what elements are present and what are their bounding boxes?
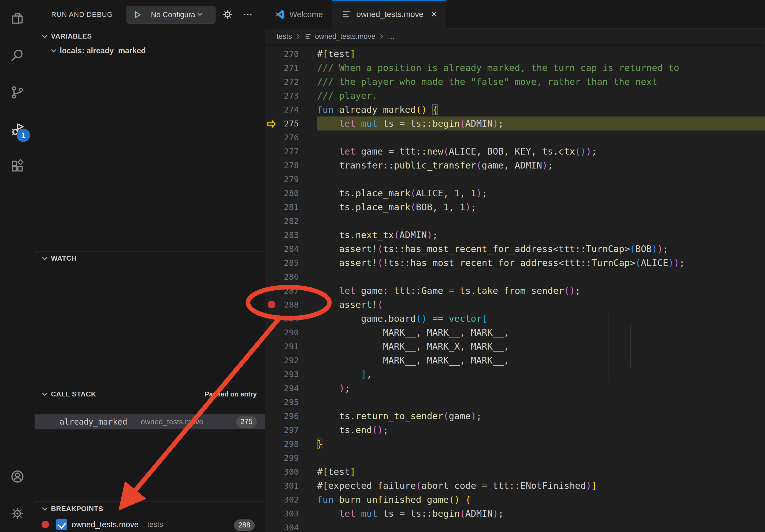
gutter-277[interactable] (265, 144, 279, 158)
gutter-292[interactable] (265, 353, 279, 367)
gutter-300[interactable] (265, 465, 279, 479)
breakpoint-dot-icon (42, 521, 49, 528)
debug-settings-gear-button[interactable] (220, 7, 235, 22)
breadcrumb-label: … (387, 32, 395, 41)
code-line-299: 299 (265, 451, 765, 465)
line-number: 293 (279, 367, 299, 381)
gutter-271[interactable] (265, 61, 279, 75)
code-text: MARK__, MARK__, MARK__, (317, 326, 765, 339)
activity-bar: 1 (0, 0, 35, 532)
editor-group: Welcomeowned_tests.move× testsowned_test… (265, 0, 765, 532)
watch-section-header[interactable]: WATCH (35, 251, 265, 265)
breadcrumb: testsowned_tests.move… (265, 29, 765, 44)
start-debug-icon[interactable] (127, 6, 147, 23)
line-number: 288 (279, 298, 299, 312)
code-line-292: 292 MARK__, MARK__, MARK__, (265, 353, 765, 367)
gutter-276[interactable] (265, 131, 279, 144)
gutter-279[interactable] (265, 172, 279, 186)
breadcrumb-item[interactable]: owned_tests.move (304, 32, 375, 41)
tab-welcome[interactable]: Welcome (265, 0, 332, 29)
code-text: ts.place_mark(ALICE, 1, 1); (317, 186, 765, 200)
activity-item-search[interactable] (0, 37, 35, 74)
tab-label: Welcome (290, 10, 323, 19)
call-stack-section-header[interactable]: CALL STACK Paused on entry (35, 387, 265, 401)
views-more-actions-button[interactable] (240, 7, 255, 22)
breakpoint-enabled-checkbox[interactable] (56, 519, 67, 530)
code-text: let game = ttt::new(ALICE, BOB, KEY, ts.… (317, 144, 765, 158)
gutter-280[interactable] (265, 186, 279, 200)
activity-item-settings[interactable] (0, 495, 35, 532)
variables-section-header[interactable]: VARIABLES (35, 29, 265, 43)
line-number: 291 (279, 339, 299, 353)
breadcrumb-item[interactable]: … (387, 32, 395, 41)
gutter-283[interactable] (265, 228, 279, 242)
line-number: 302 (279, 493, 299, 507)
breakpoint-line-badge: 288 (234, 519, 255, 531)
gutter-298[interactable] (265, 437, 279, 451)
code-line-304: 304 (265, 520, 765, 532)
gutter-291[interactable] (265, 339, 279, 353)
chevron-down-icon (40, 253, 50, 263)
gutter-270[interactable] (265, 47, 279, 61)
gutter-284[interactable] (265, 242, 279, 256)
gutter-289[interactable] (265, 312, 279, 326)
activity-item-accounts[interactable] (0, 458, 35, 495)
stack-frame-function: already_marked (60, 417, 127, 426)
stack-frame-row[interactable]: already_marked owned_tests.move 275 (35, 414, 265, 429)
gutter-285[interactable] (265, 256, 279, 270)
breakpoint-list-item[interactable]: owned_tests.move tests 288 (35, 517, 265, 532)
breakpoint-dot-icon[interactable] (268, 301, 275, 308)
activity-item-explorer[interactable] (0, 0, 35, 37)
code-text: ts.end(); (317, 423, 765, 437)
gutter-295[interactable] (265, 395, 279, 409)
code-text: assert!(!ts::has_most_recent_for_address… (317, 256, 765, 270)
line-number: 292 (279, 353, 299, 367)
code-line-275: 275 let mut ts = ts::begin(ADMIN); (265, 117, 765, 131)
gutter-294[interactable] (265, 381, 279, 395)
gutter-274[interactable] (265, 103, 279, 117)
code-text (317, 395, 765, 409)
code-text: /// When a position is already marked, t… (317, 61, 765, 75)
activity-item-extensions[interactable] (0, 148, 35, 185)
gutter-286[interactable] (265, 270, 279, 284)
gutter-299[interactable] (265, 451, 279, 465)
gutter-301[interactable] (265, 479, 279, 493)
tab-owned-tests-move[interactable]: owned_tests.move× (332, 0, 446, 29)
locals-scope-row[interactable]: locals: already_marked (35, 43, 265, 58)
gutter-273[interactable] (265, 89, 279, 103)
code-line-297: 297 ts.end(); (265, 423, 765, 437)
line-number: 300 (279, 465, 299, 479)
code-line-284: 284 assert!(ts::has_most_recent_for_addr… (265, 242, 765, 256)
line-number: 281 (279, 200, 299, 214)
gutter-281[interactable] (265, 200, 279, 214)
code-line-274: 274fun already_marked() { (265, 103, 765, 117)
gutter-297[interactable] (265, 423, 279, 437)
code-line-300: 300#[test] (265, 465, 765, 479)
gutter-303[interactable] (265, 507, 279, 520)
gutter-287[interactable] (265, 284, 279, 298)
breakpoints-section-header[interactable]: BREAKPOINTS (35, 501, 265, 516)
activity-item-run-and-debug[interactable]: 1 (0, 111, 35, 148)
gutter-290[interactable] (265, 326, 279, 339)
gutter-302[interactable] (265, 493, 279, 507)
gutter-288[interactable] (265, 298, 279, 312)
gutter-293[interactable] (265, 367, 279, 381)
chevron-down-icon (196, 10, 204, 20)
gutter-272[interactable] (265, 75, 279, 89)
chevron-right-icon (294, 32, 302, 40)
code-editor[interactable]: 270#[test]271/// When a position is alre… (265, 44, 765, 532)
gutter-296[interactable] (265, 409, 279, 423)
breadcrumb-item[interactable]: tests (277, 32, 292, 41)
gutter-304[interactable] (265, 520, 279, 532)
code-line-295: 295 (265, 395, 765, 409)
account-icon (10, 469, 25, 484)
line-number: 272 (279, 75, 299, 89)
gutter-282[interactable] (265, 214, 279, 228)
debug-config-dropdown[interactable]: No Configura (127, 6, 216, 24)
close-icon[interactable]: × (431, 9, 437, 19)
code-lines: 270#[test]271/// When a position is alre… (265, 47, 765, 532)
activity-item-source-control[interactable] (0, 74, 35, 111)
code-text: assert!(ts::has_most_recent_for_address<… (317, 242, 765, 256)
gutter-275[interactable] (265, 117, 279, 131)
gutter-278[interactable] (265, 158, 279, 172)
